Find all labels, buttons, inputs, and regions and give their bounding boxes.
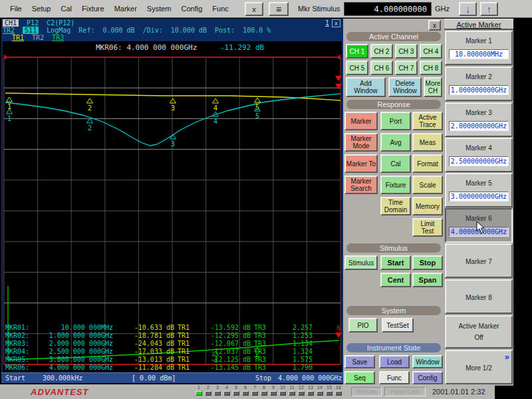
- stimulus-button[interactable]: Stimulus: [344, 255, 378, 270]
- marker-label: Marker 1: [446, 37, 511, 45]
- trace-tab-tr3[interactable]: TR3: [52, 34, 64, 41]
- menu-fixture[interactable]: Fixture: [82, 5, 104, 13]
- marker-1-button[interactable]: Marker 110.000000MHz: [445, 31, 513, 65]
- marker-search-button[interactable]: Marker Search: [344, 176, 378, 194]
- fixture-button[interactable]: Fixture: [380, 176, 411, 194]
- func-button[interactable]: Func: [379, 371, 410, 384]
- window-minimize-icon[interactable]: 1: [325, 19, 329, 27]
- menu-marker[interactable]: Marker: [114, 5, 137, 13]
- span-button[interactable]: Span: [412, 273, 443, 287]
- active-marker-off-button[interactable]: Active Marker Off: [445, 315, 513, 348]
- config-button[interactable]: Config: [412, 371, 443, 384]
- marker-7-button[interactable]: Marker 7: [445, 243, 513, 278]
- format-label: LogMag: [47, 27, 70, 34]
- section-active-channel: Active Channel: [346, 32, 441, 41]
- ch5-button[interactable]: CH 5: [346, 61, 368, 75]
- menu-cal[interactable]: Cal: [61, 5, 72, 13]
- start-button[interactable]: Start: [380, 255, 411, 270]
- active-trace-button[interactable]: Active Trace: [412, 112, 443, 130]
- marker-table-cell: -13.013 dB: [113, 356, 174, 364]
- load-button[interactable]: Load: [379, 355, 410, 368]
- marker-button[interactable]: Marker: [344, 112, 378, 130]
- menu-config[interactable]: Config: [182, 5, 203, 13]
- ch6-button[interactable]: CH 6: [370, 61, 393, 75]
- arrow-up-icon[interactable]: ↑: [480, 2, 498, 16]
- marker-mode-button[interactable]: Marker Mode: [344, 133, 378, 152]
- time-domain-button[interactable]: Time Domain: [380, 197, 411, 215]
- marker-label: Marker 3: [446, 109, 511, 116]
- marker-value-field[interactable]: 1.000000000GHz: [449, 85, 509, 95]
- close-icon[interactable]: x: [245, 2, 263, 16]
- svg-text:5: 5: [255, 104, 259, 111]
- cal-button[interactable]: Cal: [380, 154, 411, 173]
- seq-button[interactable]: Seq: [344, 371, 375, 384]
- div-value: 10.000 dB: [171, 27, 207, 34]
- marker-3-button[interactable]: Marker 32.000000000GHz: [445, 102, 513, 137]
- marker-table-cell: TR1: [178, 356, 195, 364]
- marker-5-button[interactable]: Marker 53.000000000GHz: [445, 173, 513, 207]
- meas-button[interactable]: Meas: [412, 133, 443, 152]
- marker-table-row: MKR05:3.000 000 000GHz-13.013 dBTR1-12.1…: [5, 356, 338, 364]
- menu-file[interactable]: File: [10, 5, 22, 13]
- cent-button[interactable]: Cent: [380, 273, 411, 287]
- menu-system[interactable]: System: [147, 5, 172, 13]
- testset-button[interactable]: TestSet: [382, 318, 414, 332]
- more-pages-button[interactable]: More 1/2 »: [445, 350, 513, 384]
- menu-list-icon[interactable]: ≡: [269, 2, 289, 16]
- brand-logo: ADVANTEST: [31, 387, 88, 397]
- marker-8-button[interactable]: Marker 8: [445, 279, 513, 314]
- section-stimulus: Stimulus: [346, 243, 441, 253]
- limit-test-button[interactable]: Limit Test: [412, 218, 443, 237]
- ch7-button[interactable]: CH 7: [395, 61, 418, 75]
- memory-button[interactable]: Memory: [412, 197, 443, 215]
- stop-button[interactable]: Stop: [412, 255, 443, 270]
- ch4-button[interactable]: CH 4: [420, 44, 442, 59]
- marker-value-field[interactable]: 3.000000000GHz: [449, 192, 509, 201]
- marker-table-cell: 10.000 000MHz: [39, 324, 113, 332]
- ch2-button[interactable]: CH 2: [370, 44, 393, 59]
- window-button[interactable]: Window: [412, 355, 443, 368]
- ch8-button[interactable]: CH 8: [420, 61, 442, 75]
- menu-func[interactable]: Func: [212, 5, 228, 13]
- marker-2-button[interactable]: Marker 21.000000000GHz: [445, 66, 513, 101]
- format-button[interactable]: Format: [412, 154, 443, 173]
- marker-value-field[interactable]: 2.500000000GHz: [449, 156, 509, 166]
- mkr-stimulus-input[interactable]: 4.000000000: [344, 2, 432, 16]
- marker-table-cell: TR3: [254, 364, 271, 372]
- ch3-button[interactable]: CH 3: [395, 44, 418, 59]
- port-button[interactable]: Port: [380, 112, 411, 130]
- channel-led-5: 5: [231, 385, 241, 396]
- pio-button[interactable]: PIO: [348, 318, 378, 332]
- marker-to-button[interactable]: Marker To: [344, 154, 378, 173]
- scale-button[interactable]: Scale: [412, 176, 443, 194]
- cal-label: C2(P12): [47, 19, 74, 27]
- graph-window-header: CH1 P12 C2(P12) TR2 S11 LogMag Ref: 0.00…: [1, 19, 343, 41]
- marker-table-cell: -11.284 dB: [113, 364, 174, 372]
- section-response: Response: [346, 100, 441, 109]
- marker-table-cell: 2.000 000 000GHz: [39, 340, 113, 348]
- trace-tab-tr1[interactable]: TR1: [12, 34, 24, 41]
- sparam-label[interactable]: S11: [23, 27, 39, 34]
- marker-value-field[interactable]: 10.000000MHz: [449, 49, 509, 59]
- active-trace-label[interactable]: TR2: [3, 27, 15, 34]
- ch1-button[interactable]: CH 1: [346, 44, 368, 59]
- delete-window-button[interactable]: Delete Window: [388, 77, 422, 97]
- channel-label[interactable]: CH1: [3, 19, 19, 27]
- avg-button[interactable]: Avg: [380, 133, 411, 152]
- arrow-down-icon[interactable]: ↓: [459, 2, 477, 16]
- window-close-icon[interactable]: x: [332, 19, 340, 27]
- marker-4-button[interactable]: Marker 42.500000000GHz: [445, 138, 513, 172]
- add-window-button[interactable]: Add Window: [346, 77, 386, 97]
- marker-table-cell: 1.790: [271, 364, 313, 372]
- marker-value-field[interactable]: 2.000000000GHz: [449, 121, 509, 131]
- softkey-close-icon[interactable]: x: [428, 20, 441, 31]
- marker-table-cell: MKR05:: [5, 356, 39, 364]
- channel-led-4: 4: [222, 385, 231, 396]
- menu-setup[interactable]: Setup: [32, 5, 51, 13]
- save-button[interactable]: Save: [344, 355, 375, 368]
- more-ch-button[interactable]: More CH: [424, 77, 442, 97]
- marker-table-cell: 3.000 000 000GHz: [39, 356, 113, 364]
- power-value: [ 0.00 dBm]: [132, 374, 176, 382]
- trace-tab-tr2[interactable]: TR2: [32, 34, 44, 41]
- channel-led-strip: 12345678910111213141516: [194, 385, 343, 396]
